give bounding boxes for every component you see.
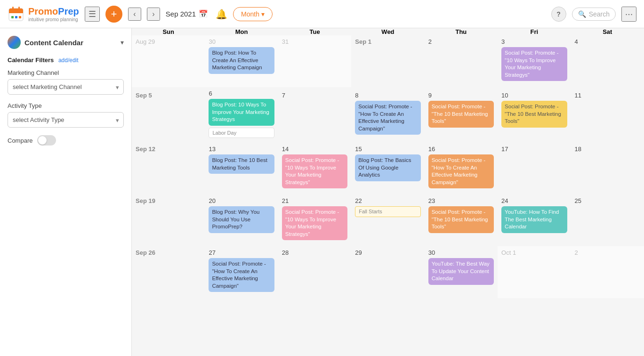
event-chip[interactable]: Social Post: Promote - "How To Create An… bbox=[209, 258, 274, 292]
cell-date-label: 10 bbox=[501, 92, 567, 99]
svg-rect-4 bbox=[18, 7, 20, 10]
calendar-cell: 15Blog Post: The Basics Of Using Google … bbox=[351, 143, 424, 194]
more-options-button[interactable]: ··· bbox=[621, 7, 636, 22]
logo-icon bbox=[8, 6, 24, 23]
col-tue: Tue bbox=[278, 28, 351, 35]
cell-date-label: 23 bbox=[428, 197, 494, 204]
prev-month-button[interactable]: ‹ bbox=[128, 8, 141, 21]
calendar-header-row: Sun Mon Tue Wed Thu Fri Sat bbox=[132, 28, 644, 35]
event-chip[interactable]: Social Post: Promote - "10 Ways To Impro… bbox=[501, 47, 567, 81]
event-chip[interactable]: Labor Day bbox=[209, 128, 274, 138]
calendar-cell: 14Social Post: Promote - "10 Ways To Imp… bbox=[278, 143, 351, 194]
event-chip[interactable]: YouTube: The Best Way To Update Your Con… bbox=[428, 258, 494, 285]
cell-date-label: 17 bbox=[501, 146, 567, 153]
bell-button[interactable]: 🔔 bbox=[216, 8, 227, 20]
event-chip[interactable]: Social Post: Promote - "The 10 Best Mark… bbox=[428, 206, 494, 233]
calendar-cell: 10Social Post: Promote - "The 10 Best Ma… bbox=[498, 87, 571, 143]
cell-date-label: 30 bbox=[428, 249, 494, 256]
cell-date-label: Aug 29 bbox=[136, 38, 201, 45]
cell-date-label: 30 bbox=[209, 38, 274, 45]
calendar-cell: Sep 26 bbox=[132, 246, 205, 298]
logo-area: PromoPrep intuitive promo planning bbox=[8, 6, 79, 23]
calendar-area: Sun Mon Tue Wed Thu Fri Sat Aug 2930Blog… bbox=[132, 28, 644, 356]
marketing-channel-label: Marketing Channel bbox=[8, 69, 124, 76]
event-chip[interactable]: Blog Post: The Basics Of Using Google An… bbox=[355, 154, 420, 181]
add-button[interactable]: + bbox=[105, 6, 122, 23]
marketing-channel-select[interactable]: select Marketing Channel bbox=[8, 79, 124, 95]
event-chip[interactable]: Social Post: Promote - "The 10 Best Mark… bbox=[428, 101, 494, 128]
cell-date-label: 2 bbox=[575, 249, 640, 256]
event-chip[interactable]: Social Post: Promote - "10 Ways To Impro… bbox=[282, 154, 347, 188]
calendar-week-row: Sep 1213Blog Post: The 10 Best Marketing… bbox=[132, 143, 644, 194]
calendar-cell: 16Social Post: Promote - "How To Create … bbox=[425, 143, 498, 194]
cell-date-label: 6 bbox=[209, 90, 274, 97]
event-chip[interactable]: Blog Post: 10 Ways To Improve Your Marke… bbox=[209, 99, 274, 126]
compare-label: Compare bbox=[8, 137, 32, 144]
col-sat: Sat bbox=[571, 28, 644, 35]
cell-date-label: Sep 12 bbox=[136, 146, 201, 153]
calendar-cell: 23Social Post: Promote - "The 10 Best Ma… bbox=[425, 194, 498, 246]
calendar-cell: 8Social Post: Promote - "How To Create A… bbox=[351, 87, 424, 143]
cell-date-label: 8 bbox=[355, 92, 420, 99]
activity-type-filter[interactable]: select Activity Type bbox=[8, 112, 124, 128]
calendar-week-row: Sep 2627Social Post: Promote - "How To C… bbox=[132, 246, 644, 298]
cell-date-label: Oct 1 bbox=[501, 249, 567, 256]
calendar-cell: Sep 1 bbox=[351, 35, 424, 87]
calendar-cell: 30Blog Post: How To Create An Effective … bbox=[205, 35, 278, 87]
calendar-cell: 25 bbox=[571, 194, 644, 246]
calendar-cell: 21Social Post: Promote - "10 Ways To Imp… bbox=[278, 194, 351, 246]
cell-date-label: 16 bbox=[428, 146, 494, 153]
logo-name: PromoPrep bbox=[28, 6, 79, 17]
chevron-down-icon: ▾ bbox=[261, 10, 265, 18]
app-container: PromoPrep intuitive promo planning ☰ + ‹… bbox=[0, 0, 644, 356]
svg-rect-6 bbox=[15, 16, 17, 18]
calendar-cell: 11 bbox=[571, 87, 644, 143]
chevron-down-icon[interactable]: ▾ bbox=[121, 39, 124, 46]
hamburger-button[interactable]: ☰ bbox=[85, 7, 100, 22]
compare-toggle[interactable] bbox=[37, 135, 56, 146]
event-chip[interactable]: Blog Post: The 10 Best Marketing Tools bbox=[209, 154, 274, 174]
content-calendar-logo bbox=[8, 36, 21, 49]
event-chip[interactable]: Social Post: Promote - "How To Create An… bbox=[428, 154, 494, 188]
current-date-display: Sep 2021 📅 bbox=[166, 9, 208, 18]
svg-rect-2 bbox=[9, 11, 23, 13]
event-chip[interactable]: YouTube: How To Find The Best Marketing … bbox=[501, 206, 567, 233]
event-chip[interactable]: Blog Post: Why You Should You Use PromoP… bbox=[209, 206, 274, 233]
next-month-button[interactable]: › bbox=[147, 8, 160, 21]
event-chip[interactable]: Fall Starts bbox=[355, 206, 420, 217]
marketing-channel-filter[interactable]: select Marketing Channel bbox=[8, 79, 124, 95]
help-button[interactable]: ? bbox=[551, 7, 566, 22]
main-area: Content Calendar ▾ Calendar Filters add/… bbox=[0, 28, 644, 356]
topbar: PromoPrep intuitive promo planning ☰ + ‹… bbox=[0, 0, 644, 28]
cell-date-label: 18 bbox=[575, 146, 640, 153]
cell-date-label: 13 bbox=[209, 146, 274, 153]
col-mon: Mon bbox=[205, 28, 278, 35]
cell-date-label: Sep 26 bbox=[136, 249, 201, 256]
calendar-cell: 20Blog Post: Why You Should You Use Prom… bbox=[205, 194, 278, 246]
calendar-cell: 2 bbox=[425, 35, 498, 87]
cell-date-label: 15 bbox=[355, 146, 420, 153]
cell-date-label: 28 bbox=[282, 249, 347, 256]
event-chip[interactable]: Social Post: Promote - "The 10 Best Mark… bbox=[501, 101, 567, 128]
cell-date-label: 27 bbox=[209, 249, 274, 256]
calendar-cell: 31 bbox=[278, 35, 351, 87]
cell-date-label: 24 bbox=[501, 197, 567, 204]
toggle-knob bbox=[38, 136, 47, 145]
cell-date-label: 2 bbox=[428, 38, 494, 45]
calendar-cell: 6Blog Post: 10 Ways To Improve Your Mark… bbox=[205, 87, 278, 143]
activity-type-select[interactable]: select Activity Type bbox=[8, 112, 124, 128]
month-view-button[interactable]: Month ▾ bbox=[233, 7, 273, 21]
calendar-cell: 24YouTube: How To Find The Best Marketin… bbox=[498, 194, 571, 246]
cell-date-label: 7 bbox=[282, 92, 347, 99]
logo-sub: intuitive promo planning bbox=[28, 17, 79, 22]
cell-date-label: 22 bbox=[355, 197, 420, 204]
event-chip[interactable]: Blog Post: How To Create An Effective Ma… bbox=[209, 47, 274, 74]
calendar-icon: 📅 bbox=[199, 9, 208, 18]
event-chip[interactable]: Social Post: Promote - "How To Create An… bbox=[355, 101, 420, 135]
calendar-grid: Sun Mon Tue Wed Thu Fri Sat Aug 2930Blog… bbox=[132, 28, 644, 298]
event-chip[interactable]: Social Post: Promote - "10 Ways To Impro… bbox=[282, 206, 347, 240]
calendar-cell: Sep 5 bbox=[132, 87, 205, 143]
add-edit-link[interactable]: add/edit bbox=[58, 57, 79, 64]
search-box[interactable]: 🔍 Search bbox=[572, 8, 616, 21]
calendar-cell: 28 bbox=[278, 246, 351, 298]
